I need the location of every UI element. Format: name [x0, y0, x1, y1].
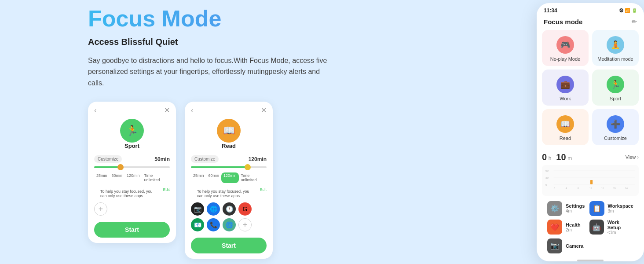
add-app-button-read[interactable]: + — [238, 218, 252, 231]
stats-minutes: 10 — [556, 152, 566, 162]
app-icon-google: G — [238, 202, 252, 216]
read-customize-badge[interactable]: Customize — [191, 155, 219, 163]
phone-card-sport: ‹ ✕ 🏃 Sport Customize 50min 25min 60min … — [88, 102, 176, 243]
svg-text:24: 24 — [625, 187, 628, 190]
app-icon-phone: 📞 — [207, 218, 220, 231]
left-section: Focus Mode Access Blissful Quiet Say goo… — [0, 0, 526, 264]
back-icon[interactable]: ‹ — [94, 106, 96, 114]
sport-label: Sport — [610, 96, 621, 101]
sport-focused-label: To help you stay focused, you can only u… — [94, 187, 163, 199]
settings-status-icon: ⚙ — [619, 7, 624, 14]
customize-icon: ➕ — [607, 115, 624, 133]
noplay-label: No-play Mode — [550, 56, 580, 62]
meditation-label: Meditation mode — [597, 56, 633, 62]
sport-start-button[interactable]: Start — [94, 222, 170, 238]
settings-app-icon: ⚙️ — [547, 201, 562, 216]
right-phone: 11:34 ⚙ 📶 🔋 Focus mode ✏ 🎮 No-play Mode … — [537, 3, 644, 261]
sport-mode-name: Sport — [88, 143, 176, 149]
work-label: Work — [560, 96, 571, 101]
settings-app-name: Settings — [566, 203, 585, 209]
stats-time: 0 h 10 m — [542, 152, 572, 162]
time-opt-25[interactable]: 25min — [94, 172, 110, 183]
health-app-time: 2m — [566, 227, 581, 232]
settings-app-time: 4m — [566, 209, 585, 213]
svg-text:0: 0 — [545, 183, 547, 186]
svg-text:30: 30 — [545, 176, 549, 179]
app-list-item-camera: 📷 Camera — [547, 238, 586, 253]
worksetup-app-name: Work Setup — [607, 220, 633, 230]
chart-svg: 60 30 0 0 4 8 12 16 20 24 — [545, 168, 636, 190]
svg-text:0: 0 — [554, 187, 555, 190]
status-icons: 📶 🔋 — [625, 8, 637, 13]
back-icon-read[interactable]: ‹ — [191, 106, 193, 114]
read-time-opt-60[interactable]: 60min — [206, 172, 222, 183]
sport-focused-edit: To help you stay focused, you can only u… — [88, 187, 176, 200]
wifi-icon: 📶 — [625, 8, 630, 13]
mode-tile-meditation[interactable]: 🧘 Meditation mode — [592, 30, 639, 66]
meditation-icon: 🧘 — [607, 36, 624, 54]
read-mode-name: Read — [185, 143, 273, 149]
read-focused-label: To help you stay focused, you can only u… — [191, 187, 260, 199]
customize-label: Customize — [604, 136, 627, 141]
stats-header: 0 h 10 m View › — [542, 152, 639, 162]
stats-section: 0 h 10 m View › 60 30 0 0 4 — [537, 149, 644, 255]
close-icon[interactable]: ✕ — [164, 106, 170, 114]
sport-customize-badge[interactable]: Customize — [94, 155, 122, 163]
view-link[interactable]: View › — [626, 154, 639, 160]
read-time-value: 120min — [249, 156, 267, 162]
work-icon: 💼 — [556, 76, 574, 93]
add-app-button[interactable]: + — [94, 202, 107, 216]
time-opt-60[interactable]: 60min — [110, 172, 125, 183]
camera-app-info: Camera — [566, 243, 583, 249]
mode-tile-sport[interactable]: 🏃 Sport — [592, 70, 639, 106]
camera-app-icon: 📷 — [547, 238, 562, 253]
worksetup-app-info: Work Setup <1m — [607, 220, 633, 235]
noplay-icon: 🎮 — [556, 36, 574, 54]
read-time-options: 25min 60min 120min Time unlimited — [185, 172, 273, 187]
sport-edit-label[interactable]: Edit — [163, 187, 170, 199]
sport-slider-track[interactable] — [94, 166, 170, 168]
time-opt-120[interactable]: 120min — [124, 172, 142, 183]
stats-m-label: m — [567, 155, 572, 161]
app-list-item-workspace: 📋 Workspace 3m — [589, 201, 634, 216]
read-time-opt-unlimited[interactable]: Time unlimited — [239, 172, 267, 183]
read-icon: 📖 — [556, 115, 574, 133]
worksetup-app-icon: 🤖 — [589, 220, 604, 235]
read-slider-track[interactable] — [191, 166, 267, 168]
app-icon-chrome: 🌐 — [207, 202, 220, 216]
read-time-opt-120[interactable]: 120min — [221, 172, 239, 183]
app-icon-mail: 📧 — [191, 218, 204, 231]
workspace-app-time: 3m — [608, 209, 634, 213]
mode-tile-customize[interactable]: ➕ Customize — [592, 109, 639, 145]
sport-slider-row: Customize 50min — [88, 154, 176, 165]
svg-text:4: 4 — [566, 187, 567, 190]
mode-tile-noplay[interactable]: 🎮 No-play Mode — [542, 30, 589, 66]
settings-app-info: Settings 4m — [566, 203, 585, 213]
read-edit-label[interactable]: Edit — [260, 187, 267, 199]
app-list-item-health: ❤️ Health 2m — [547, 220, 586, 235]
app-icon-camera: 📷 — [191, 202, 204, 216]
app-list-item-settings: ⚙️ Settings 4m — [547, 201, 586, 216]
health-app-info: Health 2m — [566, 222, 581, 232]
read-app-icons: 📷 🌐 🕐 G 📧 📞 🌀 + — [185, 200, 273, 234]
phones-row: ‹ ✕ 🏃 Sport Customize 50min 25min 60min … — [88, 102, 500, 259]
battery-icon: 🔋 — [632, 8, 637, 13]
stats-hours: 0 — [542, 152, 547, 162]
health-app-icon: ❤️ — [547, 220, 562, 235]
workspace-app-name: Workspace — [608, 203, 634, 209]
sport-time-options: 25min 60min 120min Time unlimited — [88, 172, 176, 187]
status-bar: 11:34 ⚙ 📶 🔋 — [537, 3, 644, 16]
time-opt-unlimited[interactable]: Time unlimited — [142, 172, 170, 183]
svg-text:16: 16 — [601, 187, 604, 190]
edit-pencil-icon[interactable]: ✏ — [632, 18, 637, 25]
mode-tile-read[interactable]: 📖 Read — [542, 109, 589, 145]
page-subtitle: Access Blissful Quiet — [88, 37, 500, 47]
read-time-opt-25[interactable]: 25min — [191, 172, 206, 183]
app-icon-clock: 🕐 — [223, 202, 236, 216]
close-icon-read[interactable]: ✕ — [261, 106, 267, 114]
svg-rect-13 — [590, 180, 593, 184]
svg-text:12: 12 — [589, 187, 592, 190]
workspace-app-info: Workspace 3m — [608, 203, 634, 213]
read-start-button[interactable]: Start — [191, 238, 267, 253]
mode-tile-work[interactable]: 💼 Work — [542, 70, 589, 106]
